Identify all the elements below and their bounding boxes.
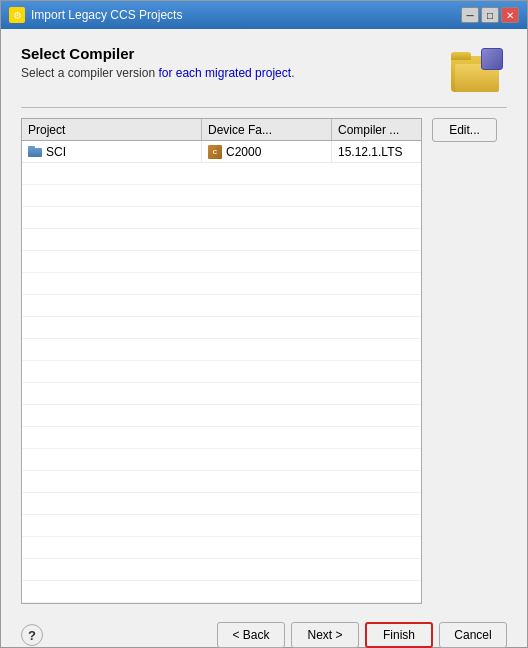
subtitle-after: .: [291, 66, 294, 80]
titlebar-left: ⚙ Import Legacy CCS Projects: [9, 7, 182, 23]
empty-row: [22, 449, 421, 471]
next-button[interactable]: Next >: [291, 622, 359, 648]
empty-row: [22, 383, 421, 405]
minimize-button[interactable]: ─: [461, 7, 479, 23]
box-icon: [481, 48, 503, 70]
close-button[interactable]: ✕: [501, 7, 519, 23]
project-table: Project Device Fa... Compiler ...: [21, 118, 422, 604]
main-area: Project Device Fa... Compiler ...: [21, 118, 507, 604]
col-header-device: Device Fa...: [202, 119, 332, 140]
empty-row: [22, 537, 421, 559]
device-chip-icon: C: [208, 145, 222, 159]
titlebar: ⚙ Import Legacy CCS Projects ─ □ ✕: [1, 1, 527, 29]
subtitle-highlight: for each migrated project: [158, 66, 291, 80]
maximize-button[interactable]: □: [481, 7, 499, 23]
window-title: Import Legacy CCS Projects: [31, 8, 182, 22]
empty-row: [22, 185, 421, 207]
empty-row: [22, 251, 421, 273]
edit-button[interactable]: Edit...: [432, 118, 497, 142]
header-icon-area: [447, 45, 507, 95]
right-panel: Edit...: [432, 118, 507, 604]
header-divider: [21, 107, 507, 108]
empty-rows-area: [22, 163, 421, 603]
cancel-button[interactable]: Cancel: [439, 622, 507, 648]
empty-row: [22, 361, 421, 383]
empty-row: [22, 339, 421, 361]
cell-compiler: 15.12.1.LTS: [332, 141, 421, 162]
col-header-compiler: Compiler ...: [332, 119, 421, 140]
table-header: Project Device Fa... Compiler ...: [22, 119, 421, 141]
folder-tab: [451, 52, 471, 60]
project-folder-icon: [28, 145, 42, 159]
dialog-content: Select Compiler Select a compiler versio…: [1, 29, 527, 648]
footer-buttons: < Back Next > Finish Cancel: [217, 622, 507, 648]
footer-left: ?: [21, 624, 43, 646]
table-body: SCI C C2000 15.12.1.LTS: [22, 141, 421, 603]
empty-row: [22, 559, 421, 581]
header-text: Select Compiler Select a compiler versio…: [21, 45, 447, 80]
empty-row: [22, 471, 421, 493]
main-window: ⚙ Import Legacy CCS Projects ─ □ ✕ Selec…: [0, 0, 528, 648]
empty-row: [22, 427, 421, 449]
empty-row: [22, 581, 421, 603]
device-family: C2000: [226, 145, 261, 159]
back-button[interactable]: < Back: [217, 622, 285, 648]
empty-row: [22, 295, 421, 317]
col-header-project: Project: [22, 119, 202, 140]
window-icon: ⚙: [9, 7, 25, 23]
table-wrapper: Project Device Fa... Compiler ...: [21, 118, 422, 604]
cell-project: SCI: [22, 141, 202, 162]
empty-row: [22, 273, 421, 295]
footer: ? < Back Next > Finish Cancel: [21, 614, 507, 648]
table-row[interactable]: SCI C C2000 15.12.1.LTS: [22, 141, 421, 163]
subtitle-before: Select a compiler version: [21, 66, 158, 80]
cell-device: C C2000: [202, 141, 332, 162]
compiler-version: 15.12.1.LTS: [338, 145, 403, 159]
help-button[interactable]: ?: [21, 624, 43, 646]
project-name: SCI: [46, 145, 66, 159]
empty-row: [22, 515, 421, 537]
empty-row: [22, 317, 421, 339]
titlebar-controls: ─ □ ✕: [461, 7, 519, 23]
header-subtitle: Select a compiler version for each migra…: [21, 66, 447, 80]
small-folder-back: [28, 148, 42, 157]
page-title: Select Compiler: [21, 45, 447, 62]
empty-row: [22, 493, 421, 515]
empty-row: [22, 207, 421, 229]
folder-icon: [451, 48, 503, 92]
finish-button[interactable]: Finish: [365, 622, 433, 648]
empty-row: [22, 229, 421, 251]
empty-row: [22, 405, 421, 427]
empty-row: [22, 163, 421, 185]
header-section: Select Compiler Select a compiler versio…: [21, 45, 507, 95]
small-folder-shape: [28, 146, 42, 157]
